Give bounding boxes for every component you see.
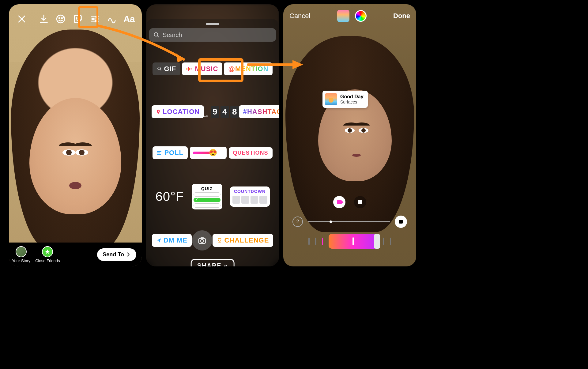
avatar (16, 246, 27, 257)
camera-sticker[interactable] (192, 230, 212, 250)
quiz-sticker[interactable]: QUIZ (192, 184, 222, 209)
clip-handle[interactable] (374, 234, 380, 249)
your-story-label: Your Story (12, 258, 30, 263)
emoji-slider-sticker[interactable] (190, 147, 227, 159)
chevron-right-icon (126, 252, 131, 257)
time-sticker[interactable]: AM 9 4 8 (204, 106, 239, 118)
svg-rect-15 (157, 151, 161, 152)
drag-handle[interactable] (206, 23, 219, 25)
sticker-search-input[interactable]: Search (149, 28, 276, 42)
send-icon (156, 238, 162, 243)
svg-point-4 (79, 18, 80, 19)
adjust-icon[interactable] (89, 13, 101, 25)
poll-sticker[interactable]: POLL (153, 146, 188, 159)
waveform-tick (308, 238, 310, 245)
close-friends-label: Close Friends (35, 258, 60, 263)
pin-icon (156, 109, 161, 115)
svg-point-2 (62, 18, 62, 19)
svg-point-8 (154, 33, 158, 36)
mention-sticker[interactable]: @MENTION (224, 62, 273, 75)
star-icon: ★ (42, 246, 53, 257)
duration-badge[interactable]: 2 (292, 217, 303, 227)
clip-selection-window[interactable] (329, 234, 378, 249)
waveform-tick (390, 238, 391, 245)
svg-rect-16 (157, 152, 160, 153)
editor-topbar: Aa (9, 10, 142, 28)
svg-point-3 (76, 18, 77, 19)
search-placeholder: Search (163, 32, 182, 39)
countdown-sticker[interactable]: COUNTDOWN (230, 186, 270, 207)
waveform-tick (383, 238, 384, 245)
camera-icon (198, 236, 207, 245)
song-title: Good Day (340, 94, 364, 100)
song-timeline[interactable] (308, 221, 390, 222)
questions-sticker[interactable]: QUESTIONS (229, 147, 273, 159)
effects-icon[interactable] (55, 13, 67, 25)
close-icon[interactable] (16, 13, 28, 25)
temperature-sticker[interactable]: 60°F (155, 189, 184, 204)
editor-bottombar: Your Story ★ Close Friends Send To (9, 243, 142, 266)
screen-story-editor: Aa Your Story ★ Close Friends Send To (9, 4, 142, 266)
done-button[interactable]: Done (393, 12, 410, 20)
sticker-icon[interactable] (72, 13, 84, 25)
music-scrubber-controls: 2 (283, 196, 416, 249)
svg-point-5 (96, 16, 98, 18)
cancel-button[interactable]: Cancel (289, 12, 310, 20)
music-editor-topbar: Cancel Done (283, 10, 416, 22)
equalizer-icon (186, 66, 193, 72)
trophy-icon (217, 238, 222, 243)
svg-rect-11 (188, 67, 189, 71)
hashtag-sticker[interactable]: #HASHTAG (239, 105, 279, 118)
song-sticker[interactable]: Good Day Surfaces (322, 91, 368, 108)
waveform-tick (315, 238, 316, 245)
draw-icon[interactable] (106, 13, 118, 25)
stop-button[interactable] (395, 216, 407, 228)
svg-rect-12 (190, 68, 190, 70)
color-picker-button[interactable] (355, 10, 367, 22)
svg-point-7 (95, 20, 97, 22)
svg-point-6 (92, 18, 94, 20)
share-button[interactable]: SHARE « (191, 259, 235, 266)
your-story-button[interactable]: Your Story (12, 246, 30, 263)
svg-point-14 (158, 111, 159, 112)
video-mode-button[interactable] (333, 196, 345, 208)
svg-rect-10 (187, 68, 187, 70)
location-sticker[interactable]: LOCATION (152, 105, 204, 118)
svg-point-1 (59, 18, 60, 19)
dm-sticker[interactable]: DM ME (152, 234, 192, 247)
send-to-label: Send To (103, 251, 124, 258)
album-art (325, 93, 337, 105)
sticker-style-button[interactable] (337, 10, 349, 22)
text-tool-button[interactable]: Aa (123, 13, 135, 25)
download-icon[interactable] (38, 13, 50, 25)
thumbnail-mode-button[interactable] (354, 196, 366, 208)
svg-point-19 (201, 239, 204, 243)
waveform-tick (322, 238, 323, 245)
send-to-button[interactable]: Send To (97, 248, 136, 261)
story-photo (9, 4, 142, 266)
bars-icon (157, 150, 162, 155)
close-friends-button[interactable]: ★ Close Friends (35, 246, 60, 263)
svg-rect-13 (191, 68, 192, 70)
song-artist: Surfaces (340, 100, 364, 104)
music-sticker[interactable]: MUSIC (182, 62, 222, 75)
search-icon (153, 32, 160, 38)
screen-sticker-tray: Search GIF MUSIC @MENTION LOCAT (146, 4, 279, 266)
svg-rect-17 (157, 154, 161, 155)
screen-music-editor: Cancel Done Good Day Surfaces 2 (283, 4, 416, 266)
challenge-sticker[interactable]: CHALLENGE (213, 234, 273, 247)
gif-sticker[interactable]: GIF (153, 62, 181, 75)
search-icon (157, 66, 162, 72)
